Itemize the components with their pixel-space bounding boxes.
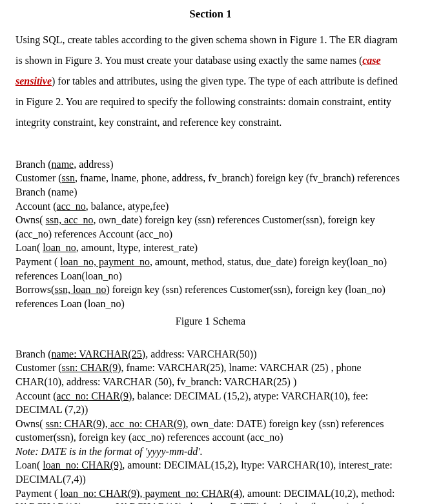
payment2-key: loan_no: CHAR(9), payment_no: CHAR(4) — [60, 488, 242, 499]
schema1-payment: Payment ( loan_no, payment_no, amount, m… — [15, 255, 406, 283]
schema2-loan: Loan( loan_no: CHAR(9), amount: DECIMAL(… — [15, 458, 406, 486]
branch-post: , address) — [74, 159, 113, 170]
branch2-post: , address: VARCHAR(50)) — [145, 348, 256, 359]
schema-figure1: Branch (name, address) Customer (ssn, fn… — [15, 157, 406, 311]
schema1-customer: Customer (ssn, fname, lname, phone, addr… — [15, 171, 406, 199]
payment2-pre: Payment ( — [15, 488, 60, 499]
schema2-account: Account (acc_no: CHAR(9), balance: DECIM… — [15, 389, 406, 417]
owns-key: ssn, acc_no — [46, 214, 94, 225]
schema1-branch: Branch (name, address) — [15, 157, 406, 172]
intro-text-part2: ) for tables and attributes, using the g… — [15, 76, 398, 128]
account2-pre: Account ( — [15, 390, 57, 401]
loan-key: loan_no — [43, 242, 76, 253]
customer2-pre: Customer ( — [15, 362, 62, 373]
loan2-pre: Loan( — [15, 459, 43, 470]
schema2-owns: Owns( ssn: CHAR(9), acc_no: CHAR(9), own… — [15, 417, 406, 445]
figure1-caption: Figure 1 Schema — [15, 314, 406, 328]
intro-text-part1: Using SQL, create tables according to th… — [15, 34, 398, 66]
loan-post: , amount, ltype, interest_rate) — [76, 242, 198, 253]
branch-key: name — [52, 159, 74, 170]
owns2-key: ssn: CHAR(9), acc_no: CHAR(9) — [46, 418, 186, 429]
schema2-branch: Branch (name: VARCHAR(25), address: VARC… — [15, 347, 406, 361]
account2-key: acc_no: CHAR(9) — [57, 390, 132, 401]
loan-pre: Loan( — [15, 242, 43, 253]
borrows-key: ssn, loan_no — [54, 284, 106, 295]
intro-paragraph: Using SQL, create tables according to th… — [15, 30, 406, 133]
account-pre: Account ( — [15, 201, 57, 212]
branch2-pre: Branch ( — [15, 348, 52, 359]
schema2-note: Note: DATE is in the format of 'yyyy-mm-… — [15, 445, 406, 459]
branch2-key: name: VARCHAR(25) — [52, 348, 146, 359]
account-post: , balance, atype,fee) — [86, 201, 169, 212]
section-title: Section 1 — [15, 6, 406, 22]
schema2-customer: Customer (ssn: CHAR(9), fname: VARCHAR(2… — [15, 361, 406, 388]
schema1-loan: Loan( loan_no, amount, ltype, interest_r… — [15, 241, 406, 255]
schema-figure2: Branch (name: VARCHAR(25), address: VARC… — [15, 347, 406, 504]
schema1-owns: Owns( ssn, acc_no, own_date) foreign key… — [15, 213, 406, 241]
owns-pre: Owns( — [15, 214, 46, 225]
customer2-key: ssn: CHAR(9) — [62, 362, 121, 373]
schema2-payment: Payment ( loan_no: CHAR(9), payment_no: … — [15, 487, 406, 504]
owns2-pre: Owns( — [15, 418, 46, 429]
schema1-borrows: Borrows(ssn, loan_no) foreign key (ssn) … — [15, 283, 406, 310]
branch-pre: Branch ( — [15, 159, 52, 170]
payment-key: loan_no, payment_no — [60, 256, 150, 267]
schema1-account: Account (acc_no, balance, atype,fee) — [15, 199, 406, 214]
borrows-pre: Borrows( — [15, 284, 54, 295]
customer-pre: Customer ( — [15, 172, 62, 183]
payment-pre: Payment ( — [15, 256, 60, 267]
loan2-key: loan_no: CHAR(9) — [43, 459, 122, 470]
account-key: acc_no — [57, 201, 86, 212]
customer-key: ssn — [62, 172, 75, 183]
